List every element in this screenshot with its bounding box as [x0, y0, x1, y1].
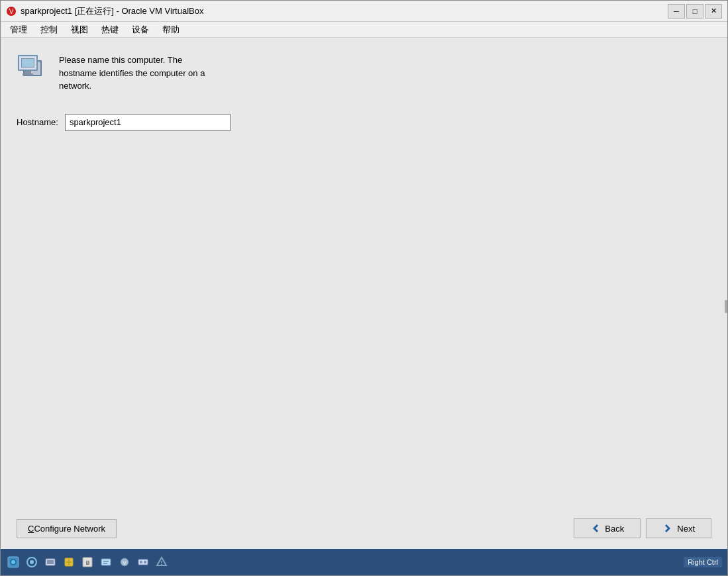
svg-marker-3 [665, 524, 670, 532]
menu-item-view[interactable]: 视图 [64, 23, 95, 37]
title-bar: V sparkproject1 [正在运行] - Oracle VM Virtu… [1, 1, 727, 22]
configure-network-button[interactable]: CConfigure Network [17, 519, 117, 538]
hostname-form: Hostname: [17, 114, 711, 131]
menu-item-control[interactable]: 控制 [34, 23, 64, 37]
nav-buttons: Back Next [574, 518, 711, 538]
taskbar-icon-8[interactable] [136, 555, 150, 569]
minimize-button[interactable]: ─ [668, 4, 685, 19]
main-content: Please name this computer. The hostname … [1, 38, 727, 575]
taskbar-icon-9[interactable] [154, 555, 169, 569]
svg-point-26 [161, 564, 162, 565]
configure-network-label: CConfigure Network [28, 524, 105, 534]
dialog-description: Please name this computer. The hostname … [59, 54, 711, 93]
taskbar-icon-5[interactable]: 🖥 [80, 555, 95, 569]
taskbar-left: 🖥 V [6, 555, 169, 569]
svg-point-6 [11, 560, 15, 564]
menu-item-help[interactable]: 帮助 [156, 23, 186, 37]
svg-point-8 [30, 560, 34, 564]
taskbar-icon-6[interactable] [99, 555, 113, 569]
back-icon [590, 523, 601, 534]
back-label: Back [605, 524, 624, 534]
svg-rect-16 [101, 559, 111, 565]
vbox-icon: V [6, 6, 17, 17]
menu-bar: 管理 控制 视图 热键 设备 帮助 [1, 22, 727, 38]
menu-item-hotkey[interactable]: 热键 [95, 23, 125, 37]
next-label: Next [677, 524, 695, 534]
hostname-input[interactable] [65, 114, 231, 131]
svg-text:V: V [123, 560, 127, 566]
next-button[interactable]: Next [646, 518, 711, 538]
svg-rect-22 [140, 561, 142, 563]
menu-item-device[interactable]: 设备 [125, 23, 156, 37]
taskbar-icon-4[interactable] [62, 555, 76, 569]
svg-text:🖥: 🖥 [85, 559, 91, 566]
menu-item-manage[interactable]: 管理 [3, 23, 34, 37]
header-section: Please name this computer. The hostname … [17, 54, 711, 93]
computer-icon [17, 54, 48, 85]
svg-marker-2 [593, 524, 598, 532]
svg-rect-10 [47, 560, 54, 564]
scrollbar[interactable] [725, 300, 727, 313]
taskbar: 🖥 V Right Ctrl [1, 549, 727, 575]
virtualbox-window: V sparkproject1 [正在运行] - Oracle VM Virtu… [0, 0, 728, 576]
back-button[interactable]: Back [574, 518, 641, 538]
close-button[interactable]: ✕ [705, 4, 722, 19]
svg-text:V: V [9, 8, 14, 15]
svg-rect-23 [144, 561, 146, 563]
taskbar-icon-2[interactable] [25, 555, 39, 569]
taskbar-icon-1[interactable] [6, 555, 21, 569]
taskbar-right: Right Ctrl [684, 557, 722, 567]
right-ctrl-badge: Right Ctrl [684, 557, 722, 567]
dialog-area: Please name this computer. The hostname … [1, 38, 727, 510]
taskbar-icon-3[interactable] [43, 555, 58, 569]
hostname-label: Hostname: [17, 117, 58, 127]
bottom-section: CConfigure Network Back Next [1, 510, 727, 549]
next-icon [662, 523, 673, 534]
taskbar-icon-7[interactable]: V [117, 555, 132, 569]
window-controls: ─ □ ✕ [668, 4, 722, 19]
maximize-button[interactable]: □ [686, 4, 703, 19]
window-title: sparkproject1 [正在运行] - Oracle VM Virtual… [21, 5, 668, 17]
